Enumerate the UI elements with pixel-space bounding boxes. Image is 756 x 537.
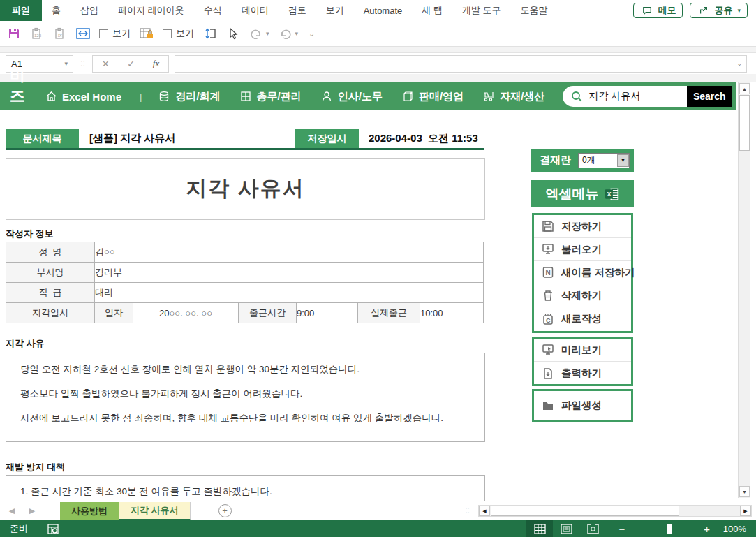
save-as-icon: N: [541, 265, 555, 279]
tab-developer[interactable]: 개발 도구: [452, 0, 511, 21]
nav-category-admin[interactable]: 총무/관리: [239, 89, 302, 103]
macro-record-icon[interactable]: [46, 522, 60, 536]
formula-expand-icon[interactable]: ⌄: [736, 60, 742, 67]
tab-data[interactable]: 데이터: [232, 0, 279, 21]
tab-new-tab[interactable]: 새 탭: [412, 0, 452, 21]
protect-sheet-icon[interactable]: [140, 27, 154, 41]
insert-function-icon[interactable]: fx: [153, 58, 159, 69]
tab-automate[interactable]: Automate: [354, 0, 413, 21]
prevention-text-box[interactable]: 1. 출근 시간 기준 최소 30분 전 여유를 두고 출발하겠습니다.: [6, 475, 485, 501]
trash-icon: [541, 288, 555, 302]
cancel-icon[interactable]: ✕: [102, 59, 110, 69]
comments-label: 메모: [658, 4, 676, 17]
fit-column-icon[interactable]: [76, 27, 90, 41]
normal-view-icon[interactable]: [526, 520, 553, 537]
department-value[interactable]: 경리부: [95, 263, 484, 283]
approval-count-value: 0개: [582, 154, 595, 166]
nav-category-accounting[interactable]: 경리/회계: [157, 89, 220, 103]
tab-insert[interactable]: 삽입: [71, 0, 108, 21]
zoom-slider-thumb[interactable]: [667, 524, 672, 534]
view-checkbox-1[interactable]: [99, 29, 108, 38]
menu-item-print[interactable]: 출력하기: [534, 362, 631, 385]
sheetbar-resize-handle[interactable]: ⁚⁚: [466, 508, 470, 514]
sheet-tab-late-statement[interactable]: 지각 사유서: [119, 502, 191, 520]
menu-item-file-create[interactable]: 파일생성: [534, 391, 631, 420]
formula-bar-handle[interactable]: ⁚⁚: [80, 60, 85, 67]
reason-text-box[interactable]: 당일 오전 지하철 2호선 신호 장애로 인해 열차 운행이 약 30분간 지연…: [6, 353, 485, 442]
menu-item-preview[interactable]: 미리보기: [534, 339, 631, 362]
horizontal-scrollbar[interactable]: ◀ ▶: [478, 505, 752, 517]
row-height-icon[interactable]: [203, 27, 217, 41]
saved-date-badge: 저장일시: [295, 129, 359, 148]
scroll-left-icon[interactable]: ◀: [479, 506, 490, 516]
sheet-tab-usage[interactable]: 사용방법: [60, 502, 119, 520]
site-nav: 비즈폼 Excel Home | 경리/회계 총무/관리 인사/노무: [0, 82, 736, 110]
approval-count-select[interactable]: 0개 ▼: [578, 153, 630, 168]
sheet-tab-bar: ◀ ▶ 사용방법 지각 사유서 + ⁚⁚ ◀ ▶: [0, 501, 756, 520]
position-value[interactable]: 대리: [95, 283, 484, 303]
name-box-dropdown-icon[interactable]: ▾: [64, 60, 68, 67]
comments-button[interactable]: 메모: [633, 3, 683, 18]
vertical-scroll-thumb[interactable]: [739, 95, 750, 151]
sheet-next-icon[interactable]: ▶: [24, 506, 40, 515]
zoom-slider[interactable]: [631, 529, 697, 529]
menu-item-save-label: 저장하기: [561, 220, 602, 233]
tab-view[interactable]: 보기: [316, 0, 354, 21]
formula-input[interactable]: ⌄: [175, 55, 747, 73]
tab-home[interactable]: 홈: [42, 0, 71, 21]
prevention-line: 1. 출근 시간 기준 최소 30분 전 여유를 두고 출발하겠습니다.: [20, 485, 484, 498]
enter-icon[interactable]: ✓: [127, 59, 135, 69]
date-value[interactable]: 20○○. ○○. ○○: [133, 303, 239, 323]
nav-excel-home[interactable]: Excel Home: [44, 89, 121, 103]
toolbar-overflow-icon[interactable]: ⌄: [309, 29, 315, 38]
page-layout-view-icon[interactable]: [553, 520, 579, 537]
menu-item-print-label: 출력하기: [561, 367, 602, 380]
scroll-up-icon[interactable]: ▲: [739, 83, 750, 94]
excel-menu-group-output: 미리보기 출력하기: [532, 337, 633, 386]
tab-page-layout[interactable]: 페이지 레이아웃: [108, 0, 194, 21]
zoom-out-icon[interactable]: −: [618, 523, 625, 535]
paste-values-icon[interactable]: 123: [30, 27, 44, 41]
view-checkbox-2[interactable]: [163, 29, 172, 38]
start-time-value[interactable]: 9:00: [297, 303, 358, 323]
redo-dropdown-icon[interactable]: ▾: [266, 30, 269, 37]
nav-category-production[interactable]: 자재/생산: [482, 89, 544, 103]
search-icon: [570, 89, 584, 103]
undo-dropdown-icon[interactable]: ▾: [295, 30, 299, 37]
name-value[interactable]: 김○○: [95, 242, 484, 263]
add-sheet-icon[interactable]: +: [218, 504, 232, 517]
tab-formulas[interactable]: 수식: [194, 0, 232, 21]
ribbon-separator: [0, 47, 756, 53]
scroll-right-icon[interactable]: ▶: [740, 506, 751, 516]
menu-item-delete[interactable]: 삭제하기: [534, 284, 631, 307]
tab-review[interactable]: 검토: [279, 0, 316, 21]
vertical-scrollbar[interactable]: ▲ ▼: [738, 82, 750, 498]
page-break-view-icon[interactable]: [579, 520, 606, 537]
scroll-down-icon[interactable]: ▼: [739, 486, 750, 497]
nav-category-hr[interactable]: 인사/노무: [320, 89, 383, 103]
zoom-percentage[interactable]: 100%: [718, 524, 746, 534]
actual-time-value[interactable]: 10:00: [420, 303, 484, 323]
approval-label: 결재란: [540, 154, 571, 167]
menu-item-new[interactable]: C 새로작성: [534, 307, 631, 330]
menu-item-new-label: 새로작성: [561, 312, 602, 325]
horizontal-scroll-thumb[interactable]: [491, 506, 679, 516]
save-icon[interactable]: [7, 27, 21, 41]
tab-file[interactable]: 파일: [0, 0, 42, 21]
redo-icon[interactable]: [249, 27, 263, 41]
paste-formulas-icon[interactable]: fx: [53, 27, 67, 41]
search-button[interactable]: Search: [687, 86, 732, 107]
sheet-prev-icon[interactable]: ◀: [0, 506, 24, 515]
menu-item-load[interactable]: 불러오기: [534, 238, 631, 261]
nav-category-sales[interactable]: 판매/영업: [401, 89, 464, 103]
select-cursor-icon[interactable]: [226, 27, 240, 41]
share-button[interactable]: 공유 ▾: [690, 3, 748, 18]
menu-item-save[interactable]: 저장하기: [534, 215, 631, 238]
svg-text:C: C: [546, 317, 551, 324]
zoom-in-icon[interactable]: +: [704, 523, 710, 535]
svg-text:N: N: [546, 269, 551, 277]
search-input[interactable]: [588, 91, 672, 102]
tab-help[interactable]: 도움말: [511, 0, 558, 21]
undo-icon[interactable]: [279, 27, 292, 41]
menu-item-save-as[interactable]: N 새이름 저장하기: [534, 261, 631, 284]
